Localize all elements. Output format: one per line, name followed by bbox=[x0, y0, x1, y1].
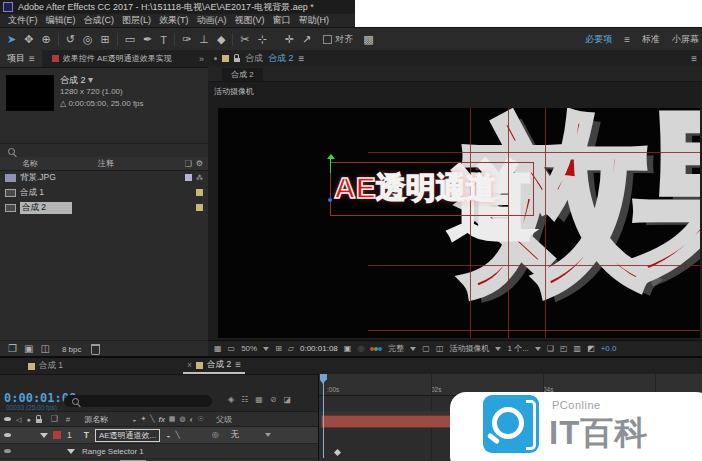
frame-blend-icon[interactable]: ▦ bbox=[169, 415, 176, 423]
hand-tool-icon[interactable]: ✥ bbox=[24, 33, 33, 46]
clone-stamp-tool-icon[interactable]: ⊥ bbox=[199, 33, 209, 46]
menu-effect[interactable]: 效果(T) bbox=[159, 14, 189, 27]
column-comment[interactable]: 注释 bbox=[98, 158, 114, 169]
magnification-value[interactable]: 50% bbox=[241, 344, 257, 353]
viewer-tab-comp-name[interactable]: 合成 2 bbox=[268, 52, 294, 65]
parent-caret-icon[interactable] bbox=[265, 433, 271, 437]
view-layout-caret-icon[interactable] bbox=[535, 347, 541, 351]
type-tool-icon[interactable]: T bbox=[160, 34, 167, 46]
delete-icon[interactable] bbox=[91, 344, 100, 355]
snap-checkbox[interactable] bbox=[323, 35, 332, 44]
title-text-layer[interactable]: AE透明通道 bbox=[334, 168, 496, 209]
selection-tool-icon[interactable]: ➤ bbox=[7, 33, 16, 46]
fx-icon[interactable]: fx bbox=[159, 416, 165, 423]
timeline-nav-icon[interactable]: ▥ bbox=[574, 345, 582, 353]
grid-guides-icon[interactable]: ⊞ bbox=[275, 345, 282, 353]
primary-viewer-icon[interactable]: ▭ bbox=[228, 345, 236, 353]
layer-expander-icon[interactable] bbox=[40, 433, 48, 438]
transparency-grid-icon[interactable]: ◫ bbox=[436, 345, 444, 353]
menu-help[interactable]: 帮助(H) bbox=[299, 14, 330, 27]
collapse-icon[interactable]: ✦ bbox=[140, 415, 146, 423]
index-column[interactable]: # bbox=[66, 415, 70, 424]
parent-value[interactable]: 无 bbox=[231, 429, 240, 441]
puppet-pin-tool-icon[interactable]: ⊹ bbox=[258, 33, 267, 46]
brush-tool-icon[interactable]: ✑ bbox=[182, 33, 191, 46]
project-row-comp1[interactable]: 合成 1 bbox=[0, 185, 208, 200]
exposure-value[interactable]: +0.0 bbox=[601, 344, 617, 353]
panel-menu-icon[interactable]: ≡ bbox=[29, 54, 35, 64]
layer-effect-badge-icon[interactable]: ◎ bbox=[212, 431, 219, 439]
frame-blending-icon[interactable]: ⊘ bbox=[270, 395, 277, 404]
layer-quality-icon[interactable]: ◒ bbox=[166, 432, 170, 439]
workspace-essentials[interactable]: 必要项 bbox=[585, 33, 612, 46]
eraser-tool-icon[interactable]: ◆ bbox=[217, 33, 225, 46]
pixel-aspect-icon[interactable]: ❏ bbox=[547, 345, 554, 353]
hide-shy-icon[interactable]: ▦ bbox=[255, 395, 263, 404]
project-row-bg[interactable]: 背景.JPG ⁂ bbox=[0, 170, 208, 185]
video-column-icon[interactable] bbox=[4, 417, 11, 421]
resolution-value[interactable]: 完整 bbox=[388, 343, 404, 354]
solo-column-icon[interactable]: ● bbox=[26, 416, 30, 423]
show-snapshot-icon[interactable]: ◎ bbox=[357, 345, 364, 353]
color-depth[interactable]: 8 bpc bbox=[62, 345, 82, 354]
draft-3d-icon[interactable]: ☷ bbox=[241, 395, 248, 404]
timeline-search[interactable] bbox=[64, 395, 212, 407]
workspace-menu-icon[interactable]: ≡ bbox=[624, 35, 630, 45]
close-tab-icon[interactable]: × bbox=[187, 360, 192, 370]
keyframe-diamond[interactable] bbox=[334, 449, 341, 456]
label-column-icon[interactable]: ❑ bbox=[51, 415, 58, 423]
viewer-panel-menu-icon[interactable]: ≡ bbox=[691, 54, 697, 64]
comp-flyout-icon[interactable]: ▾ bbox=[88, 74, 93, 85]
camera-caret-icon[interactable] bbox=[495, 347, 501, 351]
lock-icon[interactable] bbox=[234, 58, 240, 62]
mask-mode-icon[interactable]: ▩ bbox=[363, 33, 373, 46]
property-eye-icon[interactable] bbox=[4, 449, 11, 453]
show-channel-icon[interactable] bbox=[370, 347, 374, 351]
menu-view[interactable]: 视图(V) bbox=[235, 14, 265, 27]
viewer-current-time[interactable]: 0:00:01:08 bbox=[300, 344, 338, 353]
comp-mini-flowchart-icon[interactable]: ◈ bbox=[228, 395, 234, 404]
menu-file[interactable]: 文件(F) bbox=[8, 14, 38, 27]
layer-duration-bar[interactable] bbox=[321, 415, 458, 428]
parent-column[interactable]: 父级 bbox=[216, 414, 232, 425]
rotate-tool-icon[interactable]: ↺ bbox=[66, 33, 75, 46]
tab-overflow-icon[interactable]: » bbox=[199, 54, 204, 64]
lock-column-icon[interactable] bbox=[36, 419, 42, 423]
snapshot-icon[interactable]: ▣ bbox=[344, 345, 352, 353]
source-name-column[interactable]: 源名称 bbox=[84, 414, 108, 425]
threed-icon[interactable]: ☉ bbox=[198, 415, 204, 423]
layer-name-field[interactable]: AE透明通道效... bbox=[95, 429, 160, 442]
label-swatch[interactable] bbox=[196, 204, 203, 211]
workspace-standard[interactable]: 标准 bbox=[642, 33, 660, 46]
pen-tool-icon[interactable]: ✒ bbox=[143, 33, 152, 46]
resolution-caret-icon[interactable] bbox=[410, 347, 416, 351]
timeline-tab-comp1[interactable]: 合成 1 bbox=[28, 360, 63, 372]
label-swatch[interactable] bbox=[185, 174, 192, 181]
pan-behind-tool-icon[interactable]: ⊞ bbox=[100, 33, 109, 46]
flowchart-icon[interactable]: ◩ bbox=[587, 345, 595, 353]
label-column-icon[interactable]: ❑ bbox=[185, 160, 192, 168]
layer-visibility-icon[interactable] bbox=[4, 433, 11, 437]
view-layout-value[interactable]: 1 个... bbox=[507, 343, 528, 354]
tab-project[interactable]: 项目 ≡ bbox=[0, 50, 42, 67]
camera-view-value[interactable]: 活动摄像机 bbox=[449, 343, 489, 354]
layer-slash-icon[interactable]: ╲ bbox=[176, 431, 180, 439]
type-column-icon[interactable]: ⚙ bbox=[196, 160, 203, 168]
roto-brush-tool-icon[interactable]: ✂ bbox=[240, 33, 249, 46]
shy-icon[interactable]: ◒ bbox=[132, 416, 136, 423]
interpret-footage-icon[interactable]: ❐ bbox=[8, 344, 17, 354]
timeline-tab-comp2-active[interactable]: × 合成 2 ≡ bbox=[183, 358, 245, 374]
fast-previews-icon[interactable]: ◰ bbox=[560, 345, 568, 353]
magnification-caret-icon[interactable] bbox=[263, 347, 269, 351]
region-of-interest-icon[interactable]: ▢ bbox=[422, 345, 430, 353]
label-swatch[interactable] bbox=[196, 189, 203, 196]
audio-column-icon[interactable]: ◁ bbox=[16, 416, 21, 423]
zoom-tool-icon[interactable]: ⊕ bbox=[41, 33, 50, 46]
motion-blur-icon[interactable]: ◪ bbox=[284, 395, 292, 404]
mask-visibility-icon[interactable]: ▱ bbox=[288, 345, 294, 353]
layer-label-swatch[interactable] bbox=[53, 431, 61, 439]
adjustment-icon[interactable]: ◐ bbox=[190, 416, 194, 423]
camera-tool-icon[interactable]: ◎ bbox=[83, 33, 93, 46]
menu-window[interactable]: 窗口 bbox=[273, 14, 291, 27]
axis-mode-icon[interactable]: ✛ bbox=[285, 33, 294, 46]
